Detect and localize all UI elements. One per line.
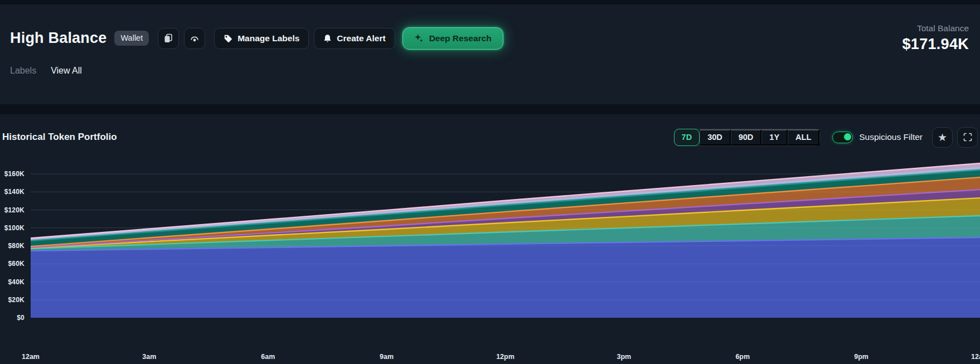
suspicious-filter-toggle-wrap[interactable]: Suspicious Filter [832,132,923,143]
create-alert-label: Create Alert [337,33,385,43]
copy-icon [164,33,173,43]
fullscreen-button[interactable] [957,127,978,148]
watch-wallet-button[interactable] [184,28,205,49]
range-90d[interactable]: 90D [731,129,762,145]
deep-research-label: Deep Research [429,33,492,43]
page-title: High Balance [10,30,106,47]
stacked-area-plot[interactable] [31,145,980,318]
ytick-160k: $160K [0,170,25,178]
copy-address-button[interactable] [158,28,179,49]
create-alert-button[interactable]: Create Alert [314,28,395,49]
xtick-0-12am: 12am [22,353,40,361]
favorite-chart-button[interactable]: ★ [932,127,953,148]
manage-labels-label: Manage Labels [237,33,299,43]
deep-research-button[interactable]: Deep Research [402,27,503,50]
fullscreen-icon [963,133,972,142]
xtick-6-6pm: 6pm [735,353,750,361]
range-1y[interactable]: 1Y [761,129,788,145]
xtick-8-12am: 12am [971,353,980,361]
tag-icon [224,34,232,43]
xtick-4-12pm: 12pm [496,353,515,361]
wallet-dashboard: High Balance Wallet [0,0,980,364]
portfolio-area-chart[interactable]: $0$20K$40K$60K$80K$100K$120K$140K$160K 1… [0,145,980,318]
labels-row: Labels View All [10,66,82,76]
suspicious-filter-label: Suspicious Filter [859,132,923,142]
xtick-5-3pm: 3pm [617,353,632,361]
header-row: High Balance Wallet [10,23,969,53]
watch-eye-icon [190,34,200,43]
toggle-knob [844,133,852,141]
range-30d[interactable]: 30D [700,129,731,145]
ytick-20k: $20K [0,296,25,304]
ytick-100k: $100K [0,224,25,232]
sparkles-icon [414,33,424,43]
labels-caption: Labels [10,66,36,76]
bell-icon [323,34,332,43]
suspicious-filter-toggle[interactable] [832,132,853,143]
xtick-7-9pm: 9pm [854,353,869,361]
total-balance: Total Balance $171.94K [903,23,969,53]
portfolio-title: Historical Token Portfolio [2,132,117,143]
ytick-40k: $40K [0,278,25,286]
total-balance-value: $171.94K [903,36,969,53]
x-axis: 12am3am6am9am12pm3pm6pm9pm12am [0,353,980,363]
ytick-80k: $80K [0,242,25,250]
xtick-2-6am: 6am [261,353,275,361]
total-balance-label: Total Balance [903,23,969,33]
ytick-140k: $140K [0,188,25,196]
range-all[interactable]: ALL [788,129,819,145]
xtick-1-3am: 3am [142,353,156,361]
ytick-120k: $120K [0,206,25,214]
xtick-3-9am: 9am [380,353,394,361]
range-7d[interactable]: 7D [674,129,700,146]
ytick-60k: $60K [0,260,25,268]
wallet-type-badge: Wallet [114,31,149,46]
time-range-selector: 7D30D90D1YALL [674,129,821,146]
view-all-link[interactable]: View All [51,66,82,76]
wallet-header: High Balance Wallet [0,4,980,104]
star-icon: ★ [938,132,947,143]
ytick-0: $0 [0,314,25,322]
manage-labels-button[interactable]: Manage Labels [214,28,309,49]
historical-portfolio-panel: Historical Token Portfolio 7D30D90D1YALL… [0,114,980,364]
